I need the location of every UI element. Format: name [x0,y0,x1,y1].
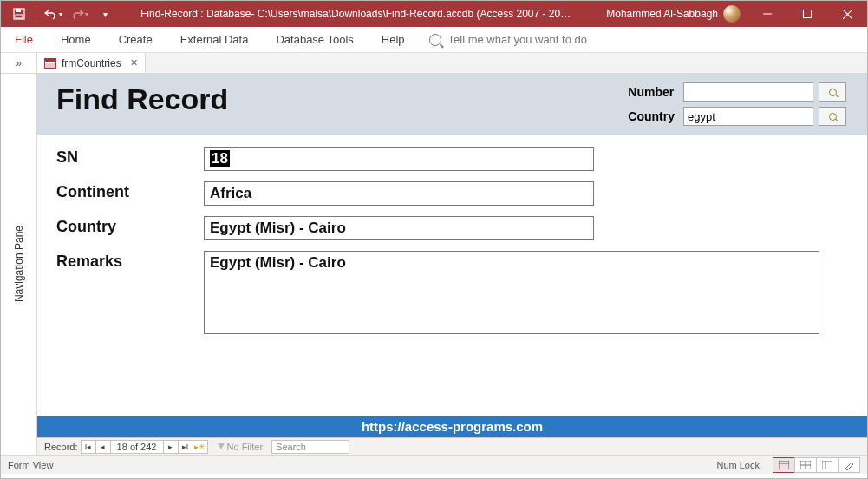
search-panel: Number Country [628,82,848,126]
tell-me-search[interactable]: Tell me what you want to do [429,33,587,46]
maximize-button[interactable] [787,1,827,27]
search-icon [829,113,837,121]
continent-label: Continent [56,181,204,201]
redo-button[interactable]: ▾ [68,3,90,24]
tab-help[interactable]: Help [368,27,419,53]
close-icon[interactable]: ✕ [130,57,138,69]
window-controls [747,1,867,27]
form-icon [44,58,56,69]
user-account[interactable]: Mohammed Al-Sabbagh [599,5,747,23]
window-title: Find-Record : Database- C:\Users\malsa\D… [116,8,599,20]
sn-label: SN [56,147,204,167]
separator [36,6,36,22]
status-numlock: Num Lock [716,460,760,470]
navpane-toggle[interactable]: » [1,53,37,73]
workspace: Navigation Pane Find Record Number Count… [1,74,867,455]
navigation-pane-label: Navigation Pane [13,226,25,302]
design-view-button[interactable] [838,457,860,473]
form-title: Find Record [56,82,228,116]
last-record-button[interactable]: ▸I [178,440,193,454]
svg-rect-7 [779,461,789,469]
filter-indicator[interactable]: No Filter [212,440,269,454]
title-bar: ▾ ▾ ▾ Find-Record : Database- C:\Users\m… [1,1,867,27]
form-header: Find Record Number Country [37,74,867,135]
record-position[interactable]: 18 of 242 [110,440,164,454]
search-country-label: Country [628,109,678,123]
search-country-input[interactable] [683,107,813,126]
record-label: Record: [41,442,82,452]
undo-button[interactable]: ▾ [42,3,64,24]
record-navigator: Record: I◂ ◂ 18 of 242 ▸ ▸I ▸✳ No Filter… [37,437,867,455]
search-number-label: Number [628,85,678,99]
svg-rect-2 [16,15,23,18]
avatar [723,5,741,23]
minimize-button[interactable] [747,1,787,27]
document-tab-label: frmCountries [62,57,121,69]
form-view-button[interactable] [773,457,795,473]
tell-me-placeholder: Tell me what you want to do [448,33,587,46]
form-body: SN 18 Continent Africa Country Egypt (Mi… [37,135,867,416]
status-view-mode: Form View [8,460,53,470]
document-tab-row: » frmCountries ✕ [1,53,867,74]
close-button[interactable] [827,1,867,27]
footer-link[interactable]: https://access-programs.com [37,416,867,437]
layout-view-button[interactable] [816,457,839,473]
status-bar: Form View Num Lock [1,455,867,474]
filter-label: No Filter [227,442,264,452]
sn-field[interactable]: 18 [204,147,594,171]
field-row-sn: SN 18 [56,147,848,171]
new-record-button[interactable]: ▸✳ [193,440,208,454]
search-number-button[interactable] [819,82,846,102]
tab-database-tools[interactable]: Database Tools [262,27,367,53]
next-record-button[interactable]: ▸ [163,440,179,454]
country-field[interactable]: Egypt (Misr) - Cairo [204,216,594,240]
tab-file[interactable]: File [1,27,47,53]
svg-rect-4 [804,10,812,18]
remarks-field[interactable]: Egypt (Misr) - Cairo [204,251,819,334]
svg-rect-12 [822,461,832,469]
quick-access-toolbar: ▾ ▾ ▾ [1,3,116,24]
previous-record-button[interactable]: ◂ [95,440,111,454]
navigation-pane-collapsed[interactable]: Navigation Pane [1,74,37,455]
view-switcher [773,457,860,473]
search-icon [829,89,837,96]
record-search-input[interactable]: Search [271,440,349,454]
first-record-button[interactable]: I◂ [81,440,96,454]
svg-rect-1 [16,9,21,12]
document-tab-frmcountries[interactable]: frmCountries ✕ [37,53,146,73]
search-country-button[interactable] [819,107,846,126]
qat-customize[interactable]: ▾ [94,3,116,24]
field-row-remarks: Remarks Egypt (Misr) - Cairo [56,251,848,334]
ribbon-tabs: File Home Create External Data Database … [1,27,867,53]
field-row-country: Country Egypt (Misr) - Cairo [56,216,848,240]
search-icon [429,34,441,46]
funnel-icon [218,443,225,449]
datasheet-view-button[interactable] [794,457,817,473]
continent-field[interactable]: Africa [204,181,594,206]
field-row-continent: Continent Africa [56,181,848,206]
tab-external-data[interactable]: External Data [166,27,263,53]
remarks-label: Remarks [56,251,204,271]
form-area: Find Record Number Country SN 18 Contine… [37,74,867,455]
sn-value: 18 [210,150,230,167]
country-label: Country [56,216,204,236]
tab-home[interactable]: Home [47,27,105,53]
save-button[interactable] [8,3,30,24]
tab-create[interactable]: Create [105,27,166,53]
search-number-input[interactable] [683,82,813,102]
user-name: Mohammed Al-Sabbagh [606,8,718,20]
